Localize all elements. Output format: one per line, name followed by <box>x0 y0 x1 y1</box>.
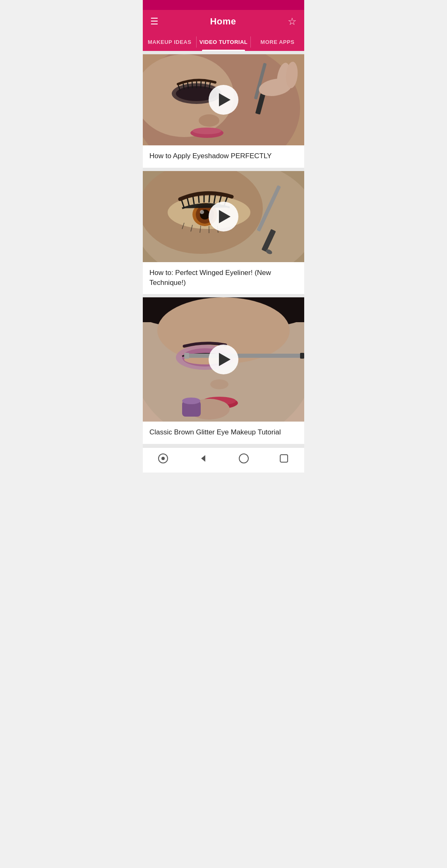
play-button-3[interactable] <box>209 345 238 374</box>
play-button-1[interactable] <box>209 85 238 115</box>
nav-home-icon[interactable] <box>238 453 250 464</box>
video-thumbnail-1[interactable] <box>143 54 304 145</box>
video-title-3[interactable]: Classic Brown Glitter Eye Makeup Tutoria… <box>143 422 304 444</box>
content-area: How to Apply Eyeshadow PERFECTLY <box>143 51 304 447</box>
video-thumbnail-3[interactable] <box>143 297 304 422</box>
status-bar <box>143 0 304 10</box>
video-card-3: Classic Brown Glitter Eye Makeup Tutoria… <box>143 297 304 444</box>
tab-more-apps[interactable]: MORE APPS <box>251 33 304 51</box>
video-card-2: How to: Perfect Winged Eyeliner! (New Te… <box>143 171 304 294</box>
video-thumbnail-2[interactable] <box>143 171 304 262</box>
tab-makeup-ideas[interactable]: MAKEUP IDEAS <box>143 33 196 51</box>
svg-point-67 <box>239 454 248 463</box>
video-title-2[interactable]: How to: Perfect Winged Eyeliner! (New Te… <box>143 262 304 294</box>
nav-recent-icon[interactable] <box>278 453 290 464</box>
svg-marker-66 <box>201 455 205 462</box>
play-button-2[interactable] <box>209 202 238 231</box>
tab-video-tutorial[interactable]: VIDEO TUTORIAL <box>197 33 250 51</box>
menu-icon[interactable]: ☰ <box>150 17 159 26</box>
star-icon[interactable]: ☆ <box>288 16 297 27</box>
svg-rect-68 <box>280 455 288 462</box>
video-title-1[interactable]: How to Apply Eyeshadow PERFECTLY <box>143 145 304 168</box>
play-triangle-2 <box>219 210 231 223</box>
svg-point-65 <box>161 457 165 460</box>
nav-back-icon[interactable] <box>197 453 209 464</box>
play-triangle-1 <box>219 93 231 106</box>
video-card-1: How to Apply Eyeshadow PERFECTLY <box>143 54 304 168</box>
bottom-nav <box>143 447 304 473</box>
tab-bar: MAKEUP IDEAS VIDEO TUTORIAL MORE APPS <box>143 33 304 51</box>
play-triangle-3 <box>219 353 231 366</box>
nav-circle-dot-icon[interactable] <box>157 453 169 464</box>
header-title: Home <box>210 16 236 27</box>
app-header: ☰ Home ☆ <box>143 10 304 33</box>
